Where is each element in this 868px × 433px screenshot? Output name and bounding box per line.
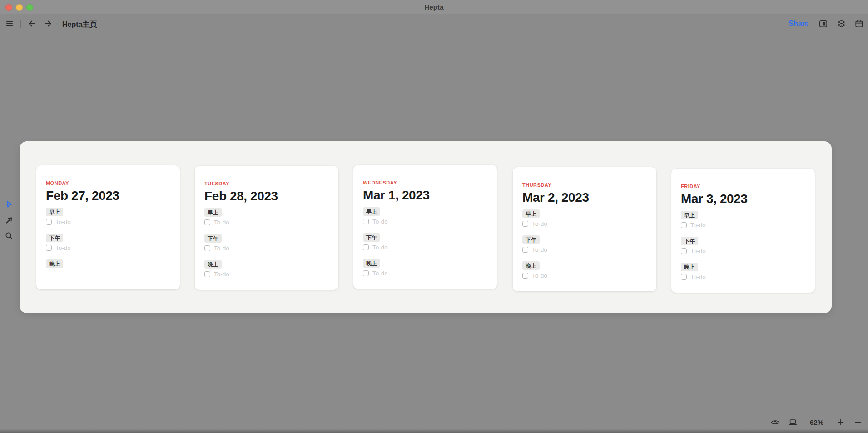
todo-checkbox[interactable] bbox=[681, 222, 687, 228]
todo-item[interactable]: To-do bbox=[363, 217, 487, 225]
section-tag-morning: 早上 bbox=[681, 211, 698, 219]
section-tag-afternoon: 下午 bbox=[681, 237, 698, 245]
todo-item[interactable]: To-do bbox=[46, 218, 170, 226]
day-card-friday: FRIDAY Mar 3, 2023 早上 To-do 下午 To-do 晚上 … bbox=[671, 169, 815, 293]
todo-placeholder[interactable]: To-do bbox=[214, 245, 229, 252]
section-tag-evening: 晚上 bbox=[363, 259, 380, 268]
todo-item[interactable]: To-do bbox=[522, 245, 647, 254]
section-tag-afternoon: 下午 bbox=[204, 234, 222, 243]
weekday-label: TUESDAY bbox=[204, 181, 329, 186]
zoom-in-icon[interactable] bbox=[836, 417, 846, 427]
day-card-wednesday: WEDNESDAY Mar 1, 2023 早上 To-do 下午 To-do … bbox=[353, 165, 497, 289]
todo-checkbox[interactable] bbox=[46, 245, 52, 251]
zoom-level-label[interactable]: 62% bbox=[805, 418, 828, 426]
search-tool-icon[interactable] bbox=[4, 231, 14, 241]
section-tag-evening: 晚上 bbox=[46, 259, 63, 268]
todo-placeholder[interactable]: To-do bbox=[690, 248, 706, 254]
todo-checkbox[interactable] bbox=[204, 219, 210, 225]
arrow-tool-icon[interactable] bbox=[4, 215, 14, 225]
date-heading: Mar 1, 2023 bbox=[363, 189, 487, 202]
section-tag-evening: 晚上 bbox=[204, 260, 222, 269]
day-card-thursday: THURSDAY Mar 2, 2023 早上 To-do 下午 To-do 晚… bbox=[513, 167, 656, 291]
section-tag-afternoon: 下午 bbox=[522, 235, 540, 244]
zoom-out-icon[interactable] bbox=[853, 417, 863, 427]
forward-arrow-icon[interactable] bbox=[43, 19, 53, 29]
todo-checkbox[interactable] bbox=[363, 244, 369, 250]
todo-checkbox[interactable] bbox=[204, 245, 210, 251]
section-tag-morning: 早上 bbox=[204, 208, 222, 217]
presentation-eye-icon[interactable] bbox=[770, 417, 780, 427]
todo-checkbox[interactable] bbox=[204, 271, 210, 277]
todo-item[interactable]: To-do bbox=[681, 273, 805, 281]
todo-placeholder[interactable]: To-do bbox=[372, 218, 388, 225]
todo-placeholder[interactable]: To-do bbox=[372, 270, 388, 277]
todo-placeholder[interactable]: To-do bbox=[372, 244, 388, 251]
menu-icon[interactable] bbox=[5, 19, 15, 29]
section-tag-afternoon: 下午 bbox=[363, 233, 380, 242]
todo-placeholder[interactable]: To-do bbox=[214, 271, 229, 278]
date-heading: Feb 27, 2023 bbox=[46, 189, 170, 203]
date-heading: Mar 2, 2023 bbox=[522, 191, 647, 204]
layers-icon[interactable] bbox=[836, 19, 846, 29]
todo-checkbox[interactable] bbox=[363, 270, 369, 276]
todo-checkbox[interactable] bbox=[681, 274, 687, 280]
weekday-label: FRIDAY bbox=[681, 184, 805, 189]
section-tag-evening: 晚上 bbox=[522, 261, 540, 270]
section-tag-afternoon: 下午 bbox=[46, 234, 63, 242]
bottom-edge-shadow bbox=[0, 429, 868, 433]
titlebar: Hepta bbox=[0, 0, 868, 14]
date-heading: Mar 3, 2023 bbox=[681, 192, 805, 206]
close-button[interactable] bbox=[5, 4, 12, 11]
day-card-monday: MONDAY Feb 27, 2023 早上 To-do 下午 To-do 晚上 bbox=[36, 165, 180, 289]
todo-placeholder[interactable]: To-do bbox=[532, 272, 547, 279]
todo-checkbox[interactable] bbox=[522, 273, 528, 279]
todo-placeholder[interactable]: To-do bbox=[532, 220, 547, 227]
back-arrow-icon[interactable] bbox=[27, 19, 37, 29]
todo-checkbox[interactable] bbox=[522, 221, 528, 227]
todo-item[interactable]: To-do bbox=[681, 247, 805, 255]
todo-item[interactable]: To-do bbox=[363, 243, 487, 251]
window-title: Hepta bbox=[424, 3, 443, 11]
todo-placeholder[interactable]: To-do bbox=[690, 274, 706, 280]
section-tag-morning: 早上 bbox=[46, 208, 63, 216]
app-window: Hepta Hepta主頁 Share MONDAY Feb 27, 2023 … bbox=[0, 0, 868, 433]
calendar-icon[interactable] bbox=[854, 19, 864, 29]
todo-placeholder[interactable]: To-do bbox=[214, 219, 229, 226]
weekday-label: THURSDAY bbox=[522, 182, 647, 188]
todo-item[interactable]: To-do bbox=[204, 244, 329, 252]
weekday-label: MONDAY bbox=[46, 180, 170, 186]
todo-item[interactable]: To-do bbox=[522, 271, 647, 279]
todo-placeholder[interactable]: To-do bbox=[690, 222, 706, 229]
day-card-tuesday: TUESDAY Feb 28, 2023 早上 To-do 下午 To-do 晚… bbox=[195, 166, 338, 290]
todo-item[interactable]: To-do bbox=[46, 244, 170, 252]
todo-item[interactable]: To-do bbox=[522, 219, 647, 228]
share-button[interactable]: Share bbox=[789, 20, 808, 28]
section-tag-evening: 晚上 bbox=[681, 263, 698, 271]
todo-checkbox[interactable] bbox=[681, 248, 687, 254]
minimize-button[interactable] bbox=[16, 4, 23, 11]
section-tag-morning: 早上 bbox=[363, 207, 380, 216]
todo-placeholder[interactable]: To-do bbox=[532, 246, 547, 253]
todo-item[interactable]: To-do bbox=[204, 270, 329, 278]
todo-item[interactable]: To-do bbox=[363, 269, 487, 277]
zoom-window-button[interactable] bbox=[26, 4, 33, 11]
todo-placeholder[interactable]: To-do bbox=[55, 244, 71, 251]
weekly-planner-board: MONDAY Feb 27, 2023 早上 To-do 下午 To-do 晚上… bbox=[20, 141, 832, 313]
date-heading: Feb 28, 2023 bbox=[204, 189, 329, 203]
todo-checkbox[interactable] bbox=[46, 219, 52, 225]
todo-item[interactable]: To-do bbox=[681, 221, 805, 229]
weekday-label: WEDNESDAY bbox=[363, 180, 487, 185]
todo-item[interactable]: To-do bbox=[204, 218, 329, 226]
device-preview-icon[interactable] bbox=[788, 417, 798, 427]
section-tag-morning: 早上 bbox=[522, 209, 540, 218]
page-title: Hepta主頁 bbox=[62, 20, 97, 30]
toolbar-divider bbox=[20, 20, 21, 28]
select-tool-icon[interactable] bbox=[4, 199, 14, 209]
todo-placeholder[interactable]: To-do bbox=[55, 219, 71, 225]
todo-checkbox[interactable] bbox=[522, 247, 528, 253]
todo-checkbox[interactable] bbox=[363, 219, 369, 224]
right-panel-toggle-icon[interactable] bbox=[818, 19, 828, 29]
traffic-lights bbox=[5, 4, 33, 11]
